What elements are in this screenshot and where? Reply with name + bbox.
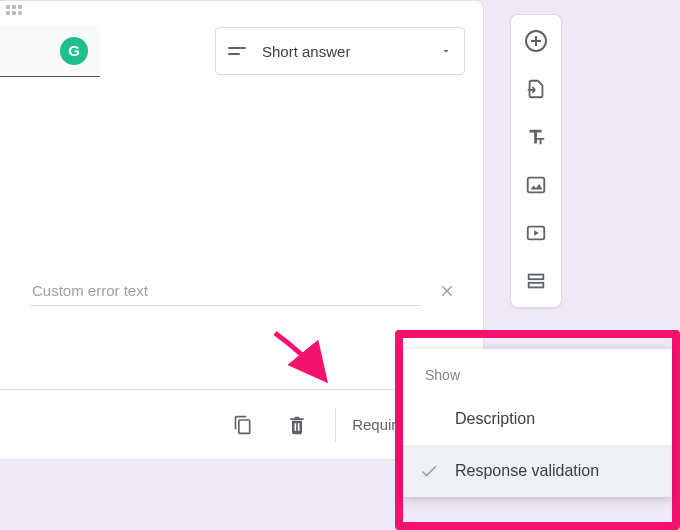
drag-handle-icon[interactable] (6, 5, 24, 17)
add-section-button[interactable] (518, 263, 554, 299)
question-type-select[interactable]: Short answer (215, 27, 465, 75)
short-answer-icon (228, 45, 246, 57)
svg-rect-3 (529, 275, 544, 280)
menu-item-label: Description (455, 410, 535, 428)
question-title-input[interactable]: G (0, 25, 100, 77)
import-questions-button[interactable] (518, 71, 554, 107)
svg-rect-1 (528, 178, 545, 193)
grammarly-icon[interactable]: G (60, 37, 88, 65)
question-header-row: G Short answer (0, 21, 465, 81)
options-menu: Show Description Response validation (403, 349, 672, 497)
error-text-row (30, 273, 465, 309)
footer-divider (335, 408, 336, 442)
side-toolbar (510, 14, 562, 308)
chevron-down-icon (440, 45, 452, 57)
add-title-button[interactable] (518, 119, 554, 155)
add-video-button[interactable] (518, 215, 554, 251)
svg-rect-4 (529, 283, 544, 288)
check-icon (419, 461, 439, 481)
duplicate-button[interactable] (221, 403, 265, 447)
question-type-label: Short answer (262, 43, 350, 60)
delete-button[interactable] (275, 403, 319, 447)
menu-item-label: Response validation (455, 462, 599, 480)
menu-header: Show (403, 361, 672, 393)
custom-error-input[interactable] (30, 276, 421, 306)
clear-error-button[interactable] (429, 273, 465, 309)
menu-item-description[interactable]: Description (403, 393, 672, 445)
menu-item-response-validation[interactable]: Response validation (403, 445, 672, 497)
add-question-button[interactable] (518, 23, 554, 59)
add-image-button[interactable] (518, 167, 554, 203)
